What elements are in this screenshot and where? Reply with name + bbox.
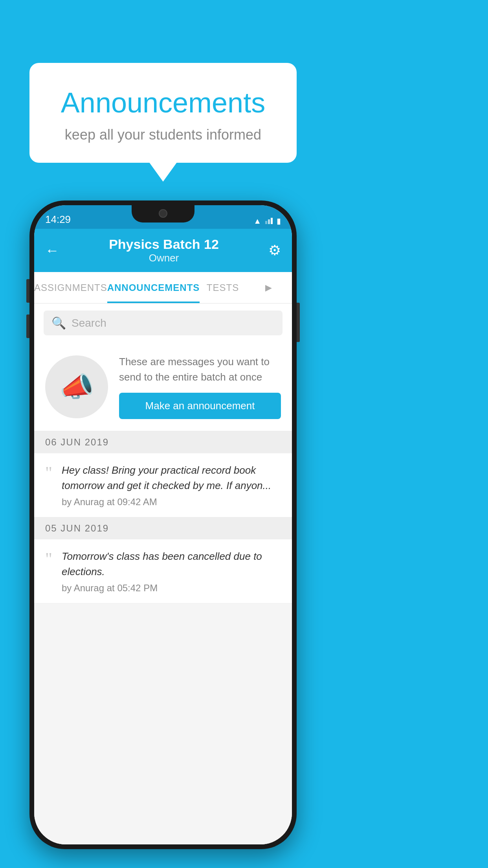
announcement-item-2[interactable]: " Tomorrow's class has been cancelled du…: [34, 539, 292, 603]
phone-screen: 14:29 ▲ ▮: [34, 205, 292, 844]
wifi-icon: ▲: [253, 217, 261, 226]
search-icon: 🔍: [51, 316, 66, 330]
announcement-content-2: Tomorrow's class has been cancelled due …: [62, 549, 281, 594]
announcement-meta-1: by Anurag at 09:42 AM: [62, 497, 281, 508]
tab-tests[interactable]: TESTS: [200, 272, 246, 303]
phone-outer: 14:29 ▲ ▮: [29, 200, 297, 849]
volume-up-button[interactable]: [26, 279, 29, 303]
tab-announcements[interactable]: ANNOUNCEMENTS: [107, 272, 200, 303]
header-title-block: Physics Batch 12 Owner: [109, 237, 219, 264]
promo-right: These are messages you want to send to t…: [119, 354, 281, 419]
announcement-icon-circle: 📣: [45, 355, 108, 418]
status-icons: ▲ ▮: [253, 216, 281, 226]
quote-icon-2: ": [45, 550, 52, 568]
volume-down-button[interactable]: [26, 314, 29, 338]
announcement-text-1: Hey class! Bring your practical record b…: [62, 463, 281, 493]
search-bar-container: 🔍 Search: [34, 303, 292, 342]
user-role: Owner: [109, 252, 219, 264]
tabs-bar: ASSIGNMENTS ANNOUNCEMENTS TESTS ▶: [34, 272, 292, 303]
announcement-item-1[interactable]: " Hey class! Bring your practical record…: [34, 453, 292, 517]
battery-icon: ▮: [277, 216, 281, 226]
power-button[interactable]: [297, 303, 300, 342]
content-area: 🔍 Search 📣 These are messages you want t…: [34, 303, 292, 844]
signal-icon: [265, 218, 273, 224]
back-button[interactable]: ←: [45, 242, 59, 259]
date-separator-1: 06 JUN 2019: [34, 431, 292, 453]
announcement-text-2: Tomorrow's class has been cancelled due …: [62, 549, 281, 579]
date-separator-2: 05 JUN 2019: [34, 517, 292, 539]
bubble-subtitle: keep all your students informed: [49, 127, 277, 143]
announcement-meta-2: by Anurag at 05:42 PM: [62, 583, 281, 594]
status-time: 14:29: [45, 213, 71, 226]
phone-notch: [132, 205, 194, 223]
make-announcement-button[interactable]: Make an announcement: [119, 393, 281, 419]
front-camera: [159, 209, 167, 218]
phone-wrapper: 14:29 ▲ ▮: [29, 200, 297, 849]
tab-more[interactable]: ▶: [246, 272, 292, 303]
quote-icon-1: ": [45, 464, 52, 482]
search-placeholder: Search: [72, 317, 106, 329]
promo-section: 📣 These are messages you want to send to…: [34, 342, 292, 431]
bubble-title: Announcements: [49, 86, 277, 119]
megaphone-icon: 📣: [60, 371, 94, 403]
announcement-content-1: Hey class! Bring your practical record b…: [62, 463, 281, 508]
search-bar[interactable]: 🔍 Search: [44, 311, 283, 335]
tab-assignments[interactable]: ASSIGNMENTS: [34, 272, 107, 303]
speech-bubble-card: Announcements keep all your students inf…: [29, 63, 297, 163]
app-header: ← Physics Batch 12 Owner ⚙: [34, 229, 292, 272]
promo-description: These are messages you want to send to t…: [119, 354, 281, 385]
settings-icon[interactable]: ⚙: [268, 242, 281, 259]
batch-name: Physics Batch 12: [109, 237, 219, 252]
